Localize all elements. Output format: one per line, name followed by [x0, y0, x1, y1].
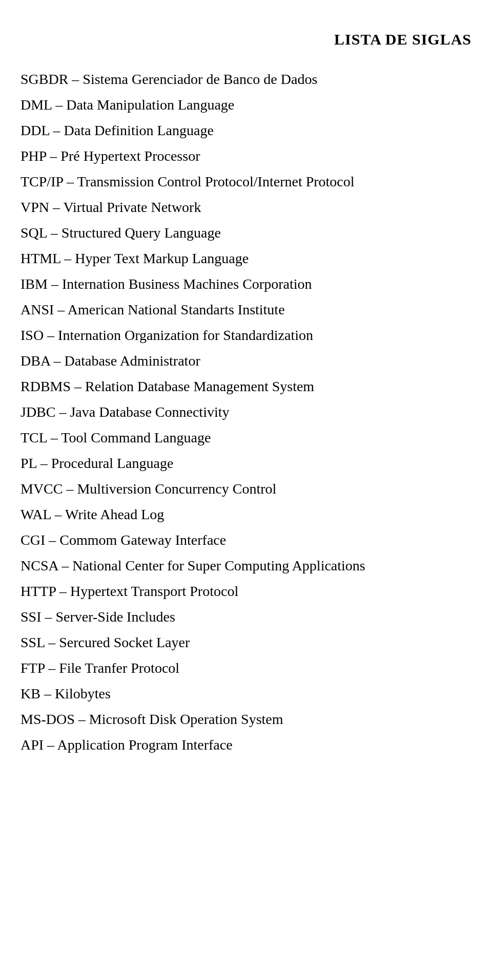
page-title: LISTA DE SIGLAS [20, 31, 471, 48]
list-item: MVCC – Multiversion Concurrency Control [20, 478, 471, 500]
list-item: HTML – Hyper Text Markup Language [20, 248, 471, 269]
list-item: VPN – Virtual Private Network [20, 197, 471, 218]
list-item: PL – Procedural Language [20, 453, 471, 474]
acronym-list: SGBDR – Sistema Gerenciador de Banco de … [20, 69, 471, 756]
list-item: MS-DOS – Microsoft Disk Operation System [20, 709, 471, 730]
list-item: WAL – Write Ahead Log [20, 504, 471, 525]
list-item: CGI – Commom Gateway Interface [20, 529, 471, 551]
list-item: TCP/IP – Transmission Control Protocol/I… [20, 171, 471, 193]
list-item: ANSI – American National Standarts Insti… [20, 299, 471, 321]
list-item: IBM – Internation Business Machines Corp… [20, 273, 471, 295]
list-item: SGBDR – Sistema Gerenciador de Banco de … [20, 69, 471, 90]
list-item: RDBMS – Relation Database Management Sys… [20, 376, 471, 397]
list-item: TCL – Tool Command Language [20, 427, 471, 449]
list-item: KB – Kilobytes [20, 683, 471, 705]
list-item: PHP – Pré Hypertext Processor [20, 145, 471, 167]
list-item: FTP – File Tranfer Protocol [20, 657, 471, 679]
list-item: JDBC – Java Database Connectivity [20, 401, 471, 423]
list-item: SQL – Structured Query Language [20, 222, 471, 244]
list-item: HTTP – Hypertext Transport Protocol [20, 581, 471, 602]
list-item: API – Application Program Interface [20, 734, 471, 756]
list-item: SSL – Sercured Socket Layer [20, 632, 471, 653]
list-item: ISO – Internation Organization for Stand… [20, 325, 471, 346]
list-item: DML – Data Manipulation Language [20, 94, 471, 116]
list-item: NCSA – National Center for Super Computi… [20, 555, 471, 577]
list-item: DBA – Database Administrator [20, 350, 471, 372]
list-item: SSI – Server-Side Includes [20, 606, 471, 628]
list-item: DDL – Data Definition Language [20, 120, 471, 141]
